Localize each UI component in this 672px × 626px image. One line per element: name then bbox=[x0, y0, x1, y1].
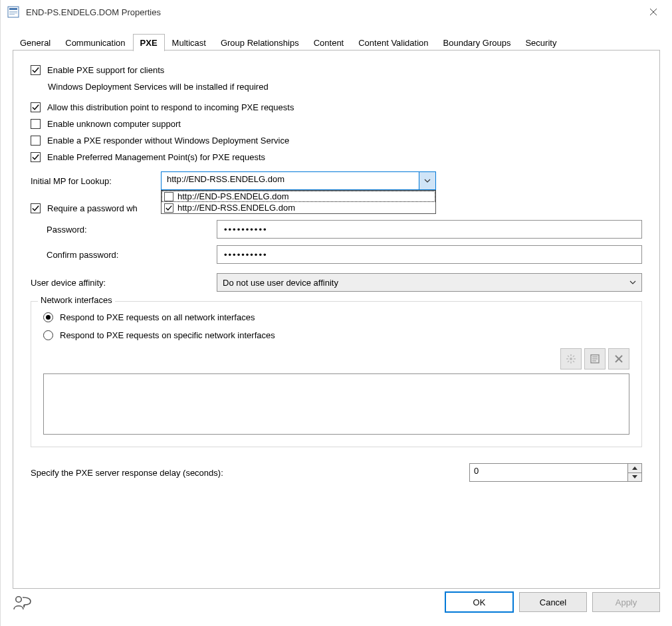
window-title: END-PS.ENDELG.DOM Properties bbox=[26, 7, 639, 17]
svg-marker-22 bbox=[632, 467, 637, 470]
spinner-down-button[interactable] bbox=[628, 473, 641, 482]
tab-multicast[interactable]: Multicast bbox=[165, 34, 213, 51]
tab-general[interactable]: General bbox=[13, 34, 58, 51]
responder-wo-wds-checkbox[interactable] bbox=[31, 136, 41, 146]
svg-rect-2 bbox=[9, 11, 17, 12]
allow-respond-checkbox[interactable] bbox=[31, 102, 41, 112]
delay-label: Specify the PXE server response delay (s… bbox=[31, 468, 469, 478]
sunburst-icon bbox=[566, 354, 576, 364]
enable-pxe-row: Enable PXE support for clients bbox=[31, 65, 642, 75]
affinity-select[interactable]: Do not use user device affinity bbox=[217, 273, 642, 292]
spinner-up-button[interactable] bbox=[628, 464, 641, 473]
radio-all[interactable] bbox=[43, 312, 53, 322]
radio-specific[interactable] bbox=[43, 330, 53, 340]
password-input[interactable] bbox=[217, 220, 642, 239]
titlebar: END-PS.ENDELG.DOM Properties bbox=[1, 0, 672, 24]
pxe-panel: Enable PXE support for clients Windows D… bbox=[13, 51, 660, 589]
enable-pxe-checkbox[interactable] bbox=[31, 65, 41, 75]
svg-line-13 bbox=[573, 361, 574, 362]
properties-dialog: END-PS.ENDELG.DOM Properties General Com… bbox=[0, 0, 672, 626]
preferred-mp-label: Enable Preferred Management Point(s) for… bbox=[47, 152, 265, 162]
enable-pxe-label: Enable PXE support for clients bbox=[47, 65, 164, 75]
tab-strip: General Communication PXE Multicast Grou… bbox=[13, 31, 660, 51]
affinity-label: User device affinity: bbox=[31, 278, 217, 288]
mp-lookup-row: Initial MP for Lookup: http://END-RSS.EN… bbox=[31, 171, 642, 190]
svg-line-15 bbox=[568, 361, 569, 362]
mp-option-0-label: http://END-PS.ENDELG.dom bbox=[177, 191, 289, 201]
require-password-checkbox[interactable] bbox=[31, 203, 41, 213]
delete-interface-button[interactable] bbox=[608, 348, 629, 369]
app-icon bbox=[7, 6, 19, 18]
radio-specific-label: Respond to PXE requests on specific netw… bbox=[60, 330, 275, 340]
tab-boundary-groups[interactable]: Boundary Groups bbox=[436, 34, 518, 51]
tab-pxe[interactable]: PXE bbox=[133, 34, 165, 51]
delete-icon bbox=[614, 354, 624, 364]
apply-button: Apply bbox=[592, 592, 660, 612]
mp-option-1-checkbox[interactable] bbox=[164, 203, 173, 213]
radio-all-row: Respond to PXE requests on all network i… bbox=[43, 312, 629, 322]
mp-option-1[interactable]: http://END-RSS.ENDELG.dom bbox=[162, 202, 435, 213]
svg-marker-23 bbox=[632, 475, 637, 478]
affinity-row: User device affinity: Do not use user de… bbox=[31, 273, 642, 292]
allow-respond-row: Allow this distribution point to respond… bbox=[31, 102, 642, 112]
unknown-support-checkbox[interactable] bbox=[31, 119, 41, 129]
unknown-support-row: Enable unknown computer support bbox=[31, 119, 642, 129]
confirm-password-row: Confirm password: bbox=[31, 245, 642, 264]
tab-content[interactable]: Content bbox=[306, 34, 352, 51]
dialog-buttons: OK Cancel Apply bbox=[445, 591, 660, 613]
responder-wo-wds-row: Enable a PXE responder without Windows D… bbox=[31, 136, 642, 146]
svg-rect-3 bbox=[9, 13, 17, 13]
mp-option-0-checkbox[interactable] bbox=[164, 192, 173, 201]
mp-option-0[interactable]: http://END-PS.ENDELG.dom bbox=[162, 191, 435, 202]
confirm-password-label: Confirm password: bbox=[31, 250, 217, 260]
network-interfaces-group: Network interfaces Respond to PXE reques… bbox=[31, 301, 642, 447]
password-label: Password: bbox=[31, 225, 217, 235]
require-password-label: Require a password wh bbox=[47, 203, 138, 213]
network-interfaces-legend: Network interfaces bbox=[38, 295, 115, 305]
svg-point-24 bbox=[16, 597, 21, 602]
mp-option-1-label: http://END-RSS.ENDELG.dom bbox=[177, 203, 295, 213]
interfaces-toolbar bbox=[43, 348, 629, 369]
edit-interface-button[interactable] bbox=[584, 348, 606, 369]
chevron-down-icon bbox=[629, 280, 636, 284]
responder-wo-wds-label: Enable a PXE responder without Windows D… bbox=[47, 136, 289, 146]
svg-line-12 bbox=[568, 356, 569, 357]
svg-point-7 bbox=[570, 358, 572, 360]
password-row: Password: bbox=[31, 220, 642, 239]
client-area: General Communication PXE Multicast Grou… bbox=[13, 31, 660, 613]
delay-value[interactable]: 0 bbox=[470, 464, 627, 481]
cancel-button[interactable]: Cancel bbox=[519, 592, 587, 612]
mp-lookup-label: Initial MP for Lookup: bbox=[31, 176, 161, 186]
interfaces-listbox[interactable] bbox=[43, 373, 629, 435]
ok-button[interactable]: OK bbox=[445, 591, 514, 613]
svg-rect-4 bbox=[9, 14, 15, 15]
add-interface-button[interactable] bbox=[560, 348, 582, 369]
spinner-buttons bbox=[627, 464, 641, 481]
tab-security[interactable]: Security bbox=[518, 34, 564, 51]
tab-group-relationships[interactable]: Group Relationships bbox=[213, 34, 306, 51]
preferred-mp-checkbox[interactable] bbox=[31, 152, 41, 162]
mp-lookup-value[interactable]: http://END-RSS.ENDELG.dom bbox=[161, 171, 419, 190]
svg-rect-1 bbox=[9, 8, 17, 10]
properties-icon bbox=[590, 354, 600, 364]
mp-lookup-dropdown-button[interactable] bbox=[419, 171, 436, 190]
allow-respond-label: Allow this distribution point to respond… bbox=[47, 102, 294, 112]
unknown-support-label: Enable unknown computer support bbox=[47, 119, 181, 129]
delay-spinner[interactable]: 0 bbox=[469, 463, 642, 482]
radio-specific-row: Respond to PXE requests on specific netw… bbox=[43, 330, 629, 340]
radio-all-label: Respond to PXE requests on all network i… bbox=[60, 312, 255, 322]
tab-content-validation[interactable]: Content Validation bbox=[351, 34, 435, 51]
tab-communication[interactable]: Communication bbox=[58, 34, 132, 51]
mp-lookup-combobox[interactable]: http://END-RSS.ENDELG.dom bbox=[161, 171, 436, 190]
close-button[interactable] bbox=[639, 2, 668, 22]
delay-row: Specify the PXE server response delay (s… bbox=[31, 463, 642, 482]
preferred-mp-row: Enable Preferred Management Point(s) for… bbox=[31, 152, 642, 162]
wds-note: Windows Deployment Services will be inst… bbox=[48, 82, 642, 92]
confirm-password-input[interactable] bbox=[217, 245, 642, 264]
feedback-icon[interactable] bbox=[13, 595, 31, 614]
affinity-value: Do not use user device affinity bbox=[223, 278, 338, 288]
svg-line-14 bbox=[573, 356, 574, 357]
mp-lookup-dropdown: http://END-PS.ENDELG.dom http://END-RSS.… bbox=[161, 190, 436, 214]
